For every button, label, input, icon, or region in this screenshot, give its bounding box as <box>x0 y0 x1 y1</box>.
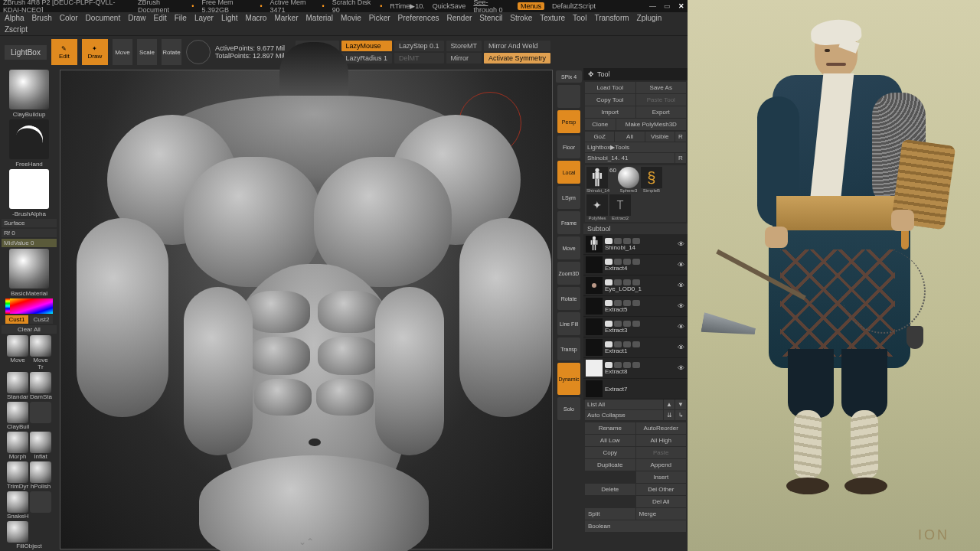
arrow-icon[interactable]: ↳ <box>675 410 686 420</box>
menu-item[interactable]: Texture <box>540 14 565 22</box>
draw-mode[interactable]: ✦Draw <box>82 39 108 65</box>
move-nav-button[interactable]: Move <box>557 236 580 259</box>
rf-slider[interactable]: Rf 0 <box>2 229 57 237</box>
menu-item[interactable]: Layer <box>194 14 214 22</box>
menu-item[interactable]: File <box>175 14 187 22</box>
list-all-button[interactable]: List All <box>585 399 663 409</box>
transp-button[interactable]: Transp <box>557 337 580 360</box>
quick-brush[interactable]: hPolish <box>30 461 51 490</box>
subtool-item[interactable]: Extract5👁 <box>583 296 688 317</box>
current-tool[interactable]: Shinobi_14. 41 <box>585 153 675 163</box>
color-picker[interactable] <box>5 298 53 314</box>
visibility-icon[interactable]: 👁 <box>676 261 685 269</box>
tool-thumb[interactable]: ⟙ <box>609 194 631 216</box>
menu-item[interactable]: Tool <box>573 14 586 22</box>
copy-tool-button[interactable]: Copy Tool <box>585 94 635 106</box>
boolean-button[interactable]: Boolean <box>585 520 686 532</box>
linefill-button[interactable]: Line Fill <box>557 312 580 335</box>
close-icon[interactable]: ✕ <box>678 2 684 10</box>
rotate-nav-button[interactable]: Rotate <box>557 287 580 310</box>
quick-brush[interactable]: Standar <box>7 372 28 400</box>
mirror-weld-button[interactable]: Mirror And Weld <box>484 41 550 51</box>
tool-thumb[interactable] <box>618 167 639 188</box>
import-button[interactable]: Import <box>585 106 635 118</box>
menu-item[interactable]: Macro <box>246 14 267 22</box>
quick-brush[interactable]: FillObject <box>7 521 51 549</box>
quick-brush[interactable] <box>30 491 51 520</box>
rotate-button[interactable]: Rotate <box>162 39 181 65</box>
tool-thumb[interactable]: ✦ <box>586 194 608 216</box>
expand-arrow-icon[interactable]: ⌄⌃ <box>299 536 314 547</box>
quick-brush[interactable]: Inflat <box>30 432 51 460</box>
menu-item[interactable]: Edit <box>154 14 167 22</box>
menu-item[interactable]: Preferences <box>398 14 439 22</box>
menu-item[interactable]: Stencil <box>479 14 502 22</box>
quick-brush[interactable]: ClayBuil <box>7 402 28 430</box>
quicksave[interactable]: QuickSave <box>433 2 466 10</box>
lightbox-tools[interactable]: Lightbox▶Tools <box>585 142 686 152</box>
lazyradius[interactable]: LazyRadius 1 <box>341 53 393 64</box>
goz-all[interactable]: All <box>615 132 644 142</box>
quick-brush[interactable]: Morph <box>7 432 28 460</box>
subtool-item[interactable]: Extract1👁 <box>583 337 688 358</box>
edit-mode[interactable]: ✎Edit <box>51 39 77 65</box>
load-tool-button[interactable]: Load Tool <box>585 82 635 93</box>
delete-button[interactable]: Delete <box>585 484 635 495</box>
persp-button[interactable]: Persp <box>557 110 580 133</box>
menu-item[interactable]: Marker <box>274 14 298 22</box>
tool-thumb[interactable] <box>586 167 608 188</box>
subtool-header[interactable]: Subtool <box>583 223 688 234</box>
auto-collapse-button[interactable]: Auto Collapse <box>585 410 663 420</box>
insert-button[interactable]: Insert <box>636 471 687 483</box>
all-high-button[interactable]: All High <box>636 435 687 446</box>
subtool-item[interactable]: Eye_LOD0_1👁 <box>583 276 688 296</box>
visibility-icon[interactable]: 👁 <box>676 302 685 310</box>
save-as-button[interactable]: Save As <box>636 82 687 93</box>
alpha-selector[interactable]: -BrushAlpha <box>4 169 54 217</box>
menu-item[interactable]: Zscript <box>5 25 28 34</box>
subtool-item[interactable]: Extract8👁 <box>583 358 688 379</box>
merge-button[interactable]: Merge <box>636 508 687 520</box>
brush-selector[interactable]: ClayBuildup <box>4 70 54 118</box>
split-button[interactable]: Split <box>585 508 635 520</box>
stroke-selector[interactable]: FreeHand <box>4 119 54 168</box>
move-button[interactable]: Move <box>113 39 132 65</box>
paste-subtool-button[interactable]: Paste <box>636 447 687 458</box>
minimize-icon[interactable]: — <box>649 2 656 10</box>
del-all-button[interactable]: Del All <box>636 496 687 507</box>
storemt-button[interactable]: StoreMT <box>446 41 482 51</box>
menu-item[interactable]: Light <box>221 14 238 22</box>
floor-button[interactable]: Floor <box>557 135 580 158</box>
maximize-icon[interactable]: ▭ <box>664 2 671 10</box>
autoreorder-button[interactable]: AutoReorder <box>636 422 687 434</box>
up-icon[interactable]: ▲ <box>664 399 675 409</box>
visibility-icon[interactable]: 👁 <box>676 282 685 289</box>
collapse-icon[interactable]: ⇊ <box>664 410 675 420</box>
menu-item[interactable]: Alpha <box>5 14 24 22</box>
menu-item[interactable]: Draw <box>128 14 145 22</box>
subtool-item[interactable]: Shinobi_14👁 <box>583 234 688 255</box>
lightbox-button[interactable]: LightBox <box>5 45 47 60</box>
menu-item[interactable]: Document <box>86 14 121 22</box>
copy-subtool-button[interactable]: Copy <box>585 447 635 458</box>
goz-button[interactable]: GoZ <box>585 132 614 142</box>
tool-thumb[interactable]: § <box>641 167 662 188</box>
default-script[interactable]: DefaultZScript <box>552 2 596 10</box>
all-low-button[interactable]: All Low <box>585 435 635 446</box>
menus-toggle[interactable]: Menus <box>518 2 544 10</box>
menu-item[interactable]: Zplugin <box>637 14 662 22</box>
lazystep[interactable]: LazyStep 0.1 <box>394 41 444 51</box>
menu-item[interactable]: Brush <box>32 14 52 22</box>
quick-brush[interactable]: Move Tr <box>30 335 51 370</box>
subtool-item[interactable]: Extract4👁 <box>583 255 688 276</box>
menu-item[interactable]: Stroke <box>510 14 532 22</box>
quick-brush[interactable]: Move <box>7 335 28 370</box>
goz-visible[interactable]: Visible <box>645 132 675 142</box>
visibility-icon[interactable]: 👁 <box>676 240 685 248</box>
clear-all-button[interactable]: Clear All <box>2 325 57 334</box>
menu-item[interactable]: Picker <box>369 14 390 22</box>
blank-button[interactable] <box>557 85 580 108</box>
menu-item[interactable]: Render <box>447 14 472 22</box>
menu-item[interactable]: Color <box>60 14 78 22</box>
del-other-button[interactable]: Del Other <box>636 484 687 495</box>
